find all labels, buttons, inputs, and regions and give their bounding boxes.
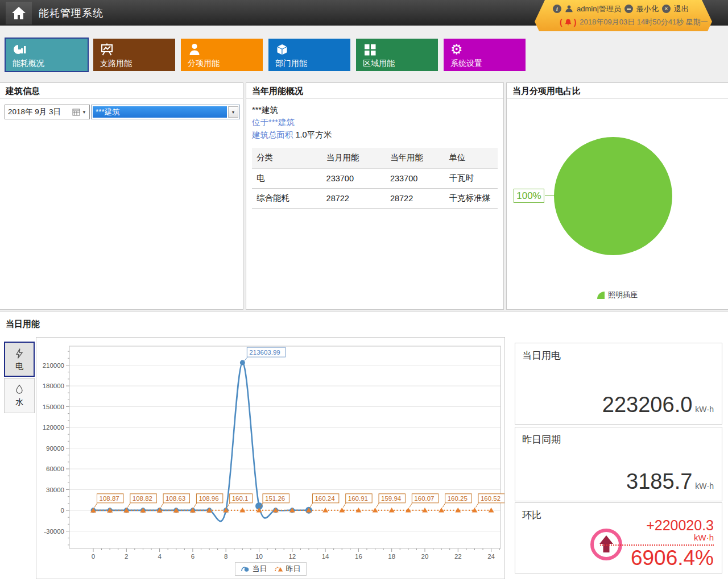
table-row: 电 233700 233700 千瓦时 [252, 168, 498, 188]
building-select[interactable]: ***建筑 ▼ [91, 105, 240, 119]
svg-text:108.87: 108.87 [100, 495, 119, 502]
nav-tile-label: 部门用能 [275, 59, 307, 69]
col-unit: 单位 [449, 148, 498, 168]
ratio-delta-value: +220020.3 [600, 518, 714, 533]
cell: 千瓦时 [449, 168, 498, 188]
legend-yesterday[interactable]: 昨日 [274, 564, 301, 574]
svg-text:150000: 150000 [43, 404, 64, 410]
nav-tile-label: 分项用能 [188, 59, 220, 69]
svg-text:213603.99: 213603.99 [249, 349, 280, 356]
svg-text:180000: 180000 [43, 383, 64, 389]
datetime-label: 2018年09月03日 14时50分41秒 星期一 [580, 17, 708, 27]
alarm-paren2: ) [574, 18, 577, 27]
year-overview-panel: 当年用能概况 ***建筑 位于***建筑 建筑总面积 1.0平方米 分类 当月用… [246, 82, 504, 310]
svg-text:160.91: 160.91 [348, 495, 368, 502]
ratio-unit: kW·h [600, 533, 714, 543]
pie-leader-line [545, 196, 555, 196]
legend-yesterday-label: 昨日 [286, 564, 301, 574]
grid-icon [363, 42, 377, 57]
pie-percent-label: 100% [514, 189, 544, 203]
pie-legend-label: 照明插座 [608, 290, 638, 300]
svg-text:6: 6 [191, 553, 195, 560]
minimize-label[interactable]: 最小化 [636, 4, 659, 14]
calendar-icon[interactable] [72, 108, 80, 116]
svg-text:22: 22 [454, 553, 462, 560]
svg-text:-30000: -30000 [44, 528, 64, 535]
minimize-icon[interactable] [624, 5, 633, 13]
tab-water-label: 水 [5, 397, 34, 408]
user-icon [565, 5, 573, 13]
svg-text:4: 4 [158, 553, 162, 560]
water-drop-icon [5, 381, 34, 397]
yesterday-usage-value: 3185.7 [626, 469, 692, 493]
nav-tile-label: 系统设置 [450, 59, 482, 69]
user-ribbon: i admin|管理员 最小化 ✕ 退出 ( ) 2018年09月03日 14时… [535, 0, 712, 31]
ratio-percent-value: 6906.4% [600, 547, 714, 569]
nav-tile-energy-overview[interactable]: 能耗概况 [6, 39, 88, 71]
app-title: 能耗管理系统 [39, 6, 104, 20]
energy-table: 分类 当月用能 当年用能 单位 电 233700 233700 千瓦时 综合能耗… [252, 148, 498, 209]
svg-text:210000: 210000 [43, 362, 64, 369]
nav-tile-subitem-energy[interactable]: 分项用能 [181, 39, 263, 71]
svg-text:159.94: 159.94 [381, 495, 402, 502]
svg-text:160.24: 160.24 [315, 495, 335, 502]
building-info-panel: 建筑信息 2018年 9月 3日 ▼ ***建筑 ▼ [0, 82, 243, 310]
pie-legend[interactable]: 照明插座 [507, 290, 728, 300]
pie-panel-title: 当月分项用电占比 [507, 83, 728, 99]
person-icon [188, 42, 201, 57]
svg-text:160.1: 160.1 [232, 495, 249, 502]
nav-tile-label: 能耗概况 [13, 59, 44, 69]
nav-tile-area-energy[interactable]: 区域用能 [356, 39, 438, 71]
alarm-bell-icon[interactable] [564, 18, 572, 27]
legend-today[interactable]: 当日 [241, 564, 267, 574]
col-category: 分类 [252, 148, 326, 168]
gear-icon: ⚙ [450, 42, 463, 57]
home-button[interactable] [6, 2, 32, 24]
svg-text:0: 0 [61, 507, 64, 514]
pie-chart[interactable] [554, 137, 672, 255]
table-header-row: 分类 当月用能 当年用能 单位 [252, 148, 498, 168]
svg-text:0: 0 [92, 553, 95, 560]
tab-electricity-label: 电 [5, 361, 34, 372]
cell: 233700 [390, 168, 449, 188]
main-nav: 能耗概况 支路用能 分项用能 [6, 39, 526, 71]
area-label: 建筑总面积 [252, 130, 293, 139]
card-today-usage: 当日用电 223206.0kW·h [515, 343, 722, 425]
svg-text:2: 2 [125, 553, 128, 560]
daily-line-chart[interactable]: -300000300006000090000120000150000180000… [36, 338, 504, 579]
table-row: 综合能耗 28722 28722 千克标准煤 [252, 188, 498, 208]
info-icon[interactable]: i [553, 5, 561, 13]
svg-text:30000: 30000 [46, 487, 64, 493]
tab-water[interactable]: 水 [4, 378, 35, 413]
date-dropdown-arrow[interactable]: ▼ [82, 110, 86, 115]
svg-text:151.26: 151.26 [265, 495, 285, 502]
ratio-divider [600, 544, 714, 546]
daily-energy-section: 当日用能 电 水 -300000300006000090000120000150… [0, 311, 728, 582]
building-info-title: 建筑信息 [0, 83, 243, 99]
close-icon[interactable]: ✕ [662, 5, 671, 13]
nav-tile-system-settings[interactable]: ⚙ 系统设置 [444, 39, 526, 71]
chart-legend[interactable]: 当日 昨日 [235, 562, 307, 576]
nav-tile-department-energy[interactable]: 部门用能 [268, 39, 350, 71]
nav-tile-label: 区域用能 [363, 59, 395, 69]
svg-text:60000: 60000 [46, 465, 64, 472]
logout-label[interactable]: 退出 [674, 4, 689, 14]
svg-text:16: 16 [355, 553, 362, 560]
cell: 233700 [326, 168, 390, 188]
svg-text:160.52: 160.52 [481, 495, 500, 502]
svg-text:24: 24 [487, 553, 495, 560]
nav-tile-branch-energy[interactable]: 支路用能 [93, 39, 175, 71]
pie-legend-swatch [597, 292, 605, 299]
select-dropdown-arrow[interactable]: ▼ [228, 106, 238, 118]
alarm-paren: ( [560, 18, 562, 27]
svg-text:108.96: 108.96 [198, 495, 218, 502]
cell: 28722 [390, 188, 449, 208]
tab-electricity[interactable]: 电 [4, 342, 35, 377]
date-value: 2018年 9月 3日 [8, 107, 61, 117]
col-year: 当年用能 [390, 148, 449, 168]
date-picker[interactable]: 2018年 9月 3日 ▼ [5, 105, 90, 119]
home-icon [11, 6, 26, 20]
col-month: 当月用能 [326, 148, 390, 168]
legend-today-label: 当日 [253, 564, 267, 574]
building-name: ***建筑 [252, 103, 498, 116]
